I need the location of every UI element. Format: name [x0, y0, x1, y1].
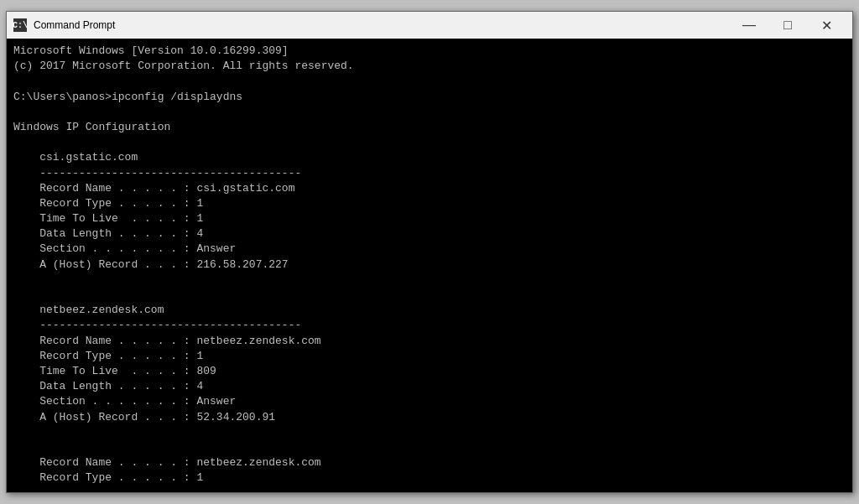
- terminal-line: Windows IP Configuration: [13, 120, 842, 135]
- terminal-line: Record Type . . . . . : 1: [13, 349, 842, 364]
- terminal-line: ----------------------------------------: [13, 318, 842, 333]
- terminal-content[interactable]: Microsoft Windows [Version 10.0.16299.30…: [13, 44, 846, 487]
- terminal-line: [13, 135, 842, 150]
- terminal-line: A (Host) Record . . . : 216.58.207.227: [13, 257, 842, 273]
- minimize-button[interactable]: —: [730, 12, 768, 39]
- command-prompt-window: C:\ Command Prompt — □ ✕ Microsoft Windo…: [6, 11, 853, 493]
- terminal-line: Microsoft Windows [Version 10.0.16299.30…: [13, 44, 842, 59]
- terminal-line: Record Type . . . . . : 1: [13, 470, 842, 486]
- terminal-body: Microsoft Windows [Version 10.0.16299.30…: [7, 39, 852, 492]
- terminal-line: [13, 288, 842, 303]
- terminal-line: netbeez.zendesk.com: [13, 303, 842, 318]
- terminal-line: [13, 105, 842, 120]
- terminal-line: Record Type . . . . . : 1: [13, 196, 842, 211]
- terminal-line: Record Name . . . . . : netbeez.zendesk.…: [13, 455, 842, 470]
- terminal-line: ----------------------------------------: [13, 166, 842, 181]
- terminal-line: C:\Users\panos>ipconfig /displaydns: [13, 90, 842, 105]
- terminal-line: Section . . . . . . . : Answer: [13, 394, 842, 409]
- terminal-line: [13, 74, 842, 89]
- terminal-line: Time To Live . . . . : 809: [13, 364, 842, 379]
- terminal-line: Section . . . . . . . : Answer: [13, 242, 842, 257]
- close-button[interactable]: ✕: [807, 12, 846, 39]
- terminal-line: Time To Live . . . . : 1: [13, 211, 842, 226]
- terminal-line: [13, 440, 842, 455]
- terminal-line: csi.gstatic.com: [13, 150, 842, 165]
- terminal-line: [13, 273, 842, 288]
- terminal-line: A (Host) Record . . . : 52.34.200.91: [13, 410, 842, 425]
- terminal-line: Record Name . . . . . : netbeez.zendesk.…: [13, 334, 842, 349]
- terminal-line: Time To Live . . . . : 809: [13, 486, 842, 487]
- terminal-line: Data Length . . . . . : 4: [13, 379, 842, 394]
- maximize-button[interactable]: □: [768, 12, 807, 39]
- window-controls: — □ ✕: [730, 12, 846, 39]
- terminal-line: [13, 425, 842, 440]
- terminal-line: Record Name . . . . . : csi.gstatic.com: [13, 181, 842, 196]
- titlebar: C:\ Command Prompt — □ ✕: [7, 12, 852, 39]
- titlebar-icon: C:\: [13, 18, 27, 32]
- terminal-line: (c) 2017 Microsoft Corporation. All righ…: [13, 59, 842, 74]
- window-title: Command Prompt: [34, 19, 723, 31]
- terminal-line: Data Length . . . . . : 4: [13, 226, 842, 242]
